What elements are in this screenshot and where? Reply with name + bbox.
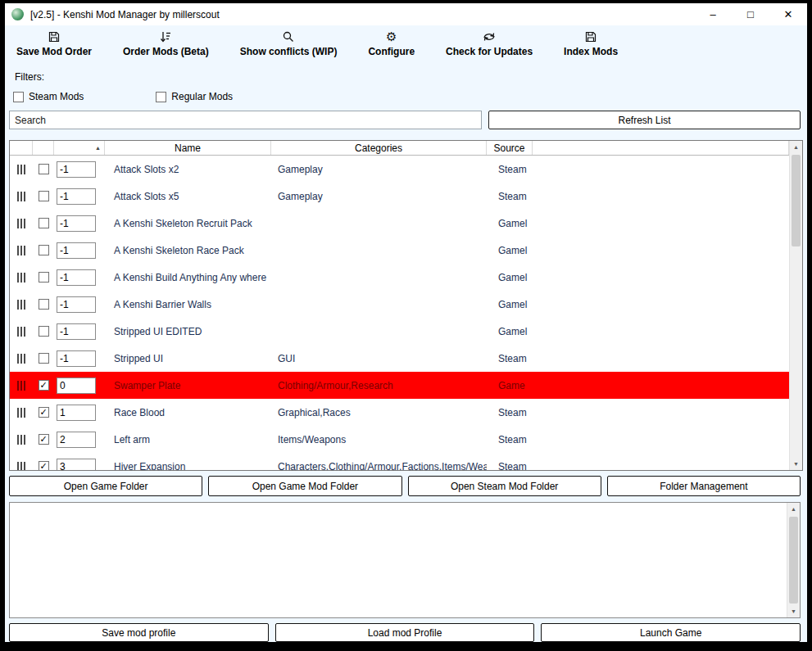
open-game-folder-button[interactable]: Open Game Folder: [9, 476, 202, 496]
header-categories[interactable]: Categories: [271, 141, 487, 155]
mod-row[interactable]: A Kenshi Skeleton Race Pack Gamel: [10, 237, 789, 264]
row-checkbox[interactable]: ✓: [39, 461, 49, 471]
launch-game-button[interactable]: Launch Game: [541, 623, 801, 642]
row-checkbox[interactable]: [39, 353, 49, 364]
scroll-track[interactable]: [787, 515, 800, 605]
window-title: [v2.5] - Kenshi Mod Manager by millersco…: [30, 9, 220, 20]
scroll-down-icon[interactable]: ▼: [790, 458, 802, 470]
close-button[interactable]: ✕: [769, 3, 807, 25]
drag-handle-icon[interactable]: [17, 462, 33, 472]
drag-handle-icon[interactable]: [17, 327, 33, 337]
save-mod-order-button[interactable]: Save Mod Order: [16, 29, 92, 57]
row-checkbox[interactable]: [39, 245, 49, 255]
check-updates-button[interactable]: Check for Updates: [446, 29, 533, 57]
gear-icon: ⚙: [386, 29, 397, 44]
drag-handle-icon[interactable]: [17, 300, 33, 310]
row-checkbox[interactable]: [39, 272, 49, 283]
log-scrollbar[interactable]: ▲ ▼: [787, 503, 800, 617]
header-source[interactable]: Source: [487, 141, 533, 155]
order-input[interactable]: [57, 269, 96, 286]
mod-name: Stripped UI: [105, 353, 271, 364]
index-mods-button[interactable]: Index Mods: [564, 29, 618, 57]
scroll-down-icon[interactable]: ▼: [787, 605, 800, 617]
header-order[interactable]: ▲: [54, 141, 105, 155]
mod-row[interactable]: ✓ Hiver Expansion Characters,Clothing/Ar…: [10, 453, 789, 471]
order-input[interactable]: [57, 242, 96, 259]
mod-row[interactable]: A Kenshi Skeleton Recruit Pack Gamel: [10, 210, 789, 237]
minimize-button[interactable]: –: [694, 3, 732, 25]
steam-mods-checkbox[interactable]: [13, 92, 24, 102]
filters-label: Filters:: [15, 71, 799, 83]
order-input[interactable]: [57, 296, 96, 313]
row-cell: [10, 273, 33, 283]
order-mods-button[interactable]: Order Mods (Beta): [123, 29, 209, 57]
mod-row[interactable]: Stripped UI GUI Steam: [10, 345, 789, 372]
mod-name: A Kenshi Skeleton Race Pack: [105, 245, 271, 256]
mod-row[interactable]: Attack Slots x2 Gameplay Steam: [10, 156, 789, 183]
mod-categories: Characters,Clothing/Armour,Factions,Item…: [271, 461, 487, 472]
scroll-up-icon[interactable]: ▲: [790, 141, 802, 153]
drag-handle-icon[interactable]: [17, 219, 33, 228]
mod-row[interactable]: ✓ Race Blood Graphical,Races Steam: [10, 399, 789, 426]
window-controls: – □ ✕: [694, 3, 807, 25]
filter-regular-mods[interactable]: Regular Mods: [156, 91, 233, 102]
scroll-track[interactable]: [790, 153, 802, 458]
row-cell: [33, 218, 54, 228]
mod-row[interactable]: ✓ Left arm Items/Weapons Steam: [10, 426, 789, 453]
drag-handle-icon[interactable]: [17, 408, 33, 418]
mod-categories: Graphical,Races: [271, 407, 487, 418]
mod-row[interactable]: Stripped UI EDITED Gamel: [10, 318, 789, 345]
mod-table-inner: ▲ Name Categories Source Attack Slots x2…: [10, 141, 802, 471]
drag-handle-icon[interactable]: [17, 435, 33, 445]
order-input[interactable]: [57, 161, 96, 178]
order-input[interactable]: [57, 377, 96, 394]
scrollbar-thumb[interactable]: [792, 155, 801, 246]
row-checkbox[interactable]: [39, 218, 49, 228]
configure-button[interactable]: ⚙ Configure: [368, 29, 415, 57]
order-input[interactable]: [57, 323, 96, 340]
folder-management-button[interactable]: Folder Management: [607, 476, 801, 496]
mod-row[interactable]: ✓ Swamper Plate Clothing/Armour,Research…: [10, 372, 789, 399]
row-checkbox[interactable]: ✓: [39, 380, 49, 391]
filter-steam-mods[interactable]: Steam Mods: [13, 91, 84, 102]
maximize-button[interactable]: □: [732, 3, 769, 25]
open-game-mod-folder-button[interactable]: Open Game Mod Folder: [208, 476, 401, 496]
mod-row[interactable]: A Kenshi Barrier Walls Gamel: [10, 291, 789, 318]
drag-handle-icon[interactable]: [17, 246, 33, 255]
row-checkbox[interactable]: [39, 164, 49, 174]
mod-categories: Items/Weapons: [271, 434, 487, 445]
search-input[interactable]: [9, 111, 482, 129]
scroll-up-icon[interactable]: ▲: [787, 503, 800, 515]
row-checkbox[interactable]: ✓: [39, 434, 49, 445]
order-input[interactable]: [57, 215, 96, 232]
mod-list-scrollbar[interactable]: ▲ ▼: [789, 141, 802, 470]
mod-source: Steam: [487, 164, 533, 175]
log-output-area[interactable]: ▲ ▼: [9, 502, 801, 618]
drag-handle-icon[interactable]: [17, 273, 33, 283]
drag-handle-icon[interactable]: [17, 381, 33, 391]
regular-mods-checkbox[interactable]: [156, 92, 166, 102]
row-checkbox[interactable]: ✓: [39, 407, 49, 418]
open-steam-mod-folder-button[interactable]: Open Steam Mod Folder: [408, 476, 601, 496]
drag-handle-icon[interactable]: [17, 165, 33, 174]
drag-handle-icon[interactable]: [17, 354, 33, 364]
drag-handle-icon[interactable]: [17, 192, 33, 201]
refresh-list-button[interactable]: Refresh List: [488, 111, 801, 129]
row-checkbox[interactable]: [39, 326, 49, 337]
show-conflicts-button[interactable]: Show conflicts (WIP): [240, 29, 338, 57]
mod-row[interactable]: A Kenshi Build Anything Any where Gamel: [10, 264, 789, 291]
order-input[interactable]: [57, 188, 96, 205]
save-mod-profile-button[interactable]: Save mod profile: [9, 623, 269, 642]
load-mod-profile-button[interactable]: Load mod Profile: [275, 623, 535, 642]
order-input[interactable]: [57, 432, 96, 448]
scrollbar-thumb[interactable]: [789, 517, 798, 604]
profile-buttons-row: Save mod profile Load mod Profile Launch…: [5, 618, 807, 642]
header-name[interactable]: Name: [105, 141, 271, 155]
order-input[interactable]: [57, 350, 96, 367]
order-input[interactable]: [57, 459, 96, 472]
row-checkbox[interactable]: [39, 191, 49, 201]
row-cell: [10, 381, 33, 391]
row-checkbox[interactable]: [39, 299, 49, 310]
mod-row[interactable]: Attack Slots x5 Gameplay Steam: [10, 183, 789, 210]
order-input[interactable]: [57, 405, 96, 421]
